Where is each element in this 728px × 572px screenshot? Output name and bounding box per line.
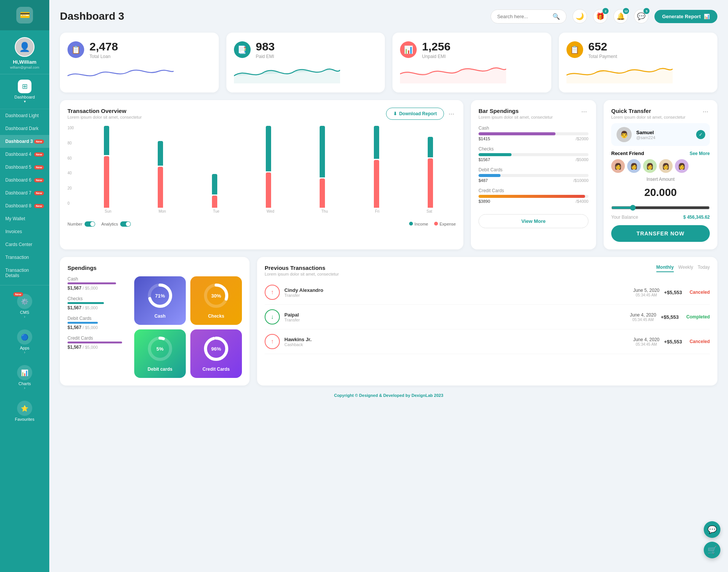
y-axis-labels: 100 80 60 40 20 0 [67, 126, 74, 205]
tab-today[interactable]: Today [698, 265, 710, 272]
legend-number: Number [67, 221, 95, 227]
stat-card-top: 📊 1,256 Unpaid EMI [400, 40, 544, 59]
tab-monthly[interactable]: Monthly [656, 265, 674, 272]
tab-weekly[interactable]: Weekly [678, 265, 693, 272]
dashboard-nav-icon[interactable]: ⊞ Dashboard ▾ [0, 74, 49, 109]
stat-label: Total Loan [89, 54, 118, 59]
bell-button[interactable]: 🔔 12 [613, 9, 628, 24]
sidebar-item-dashboard-6[interactable]: Dashboard 6 New [0, 174, 49, 186]
sidebar-section-charts[interactable]: 📊 Charts › [17, 360, 32, 395]
sidebar-item-transaction[interactable]: Transaction [0, 251, 49, 264]
sidebar-item-dashboard-4[interactable]: Dashboard 4 New [0, 148, 49, 161]
transaction-overview-card: Transaction Overview Lorem ipsum dolor s… [60, 100, 463, 249]
cart-icon: 🛒 [708, 545, 717, 555]
bar-teal [104, 126, 109, 155]
analytics-toggle[interactable] [120, 221, 131, 227]
income-label: Income [414, 222, 428, 226]
sidebar-section-cms[interactable]: ⚙️ CMS New › [17, 288, 32, 324]
stat-card-top: 📑 983 Paid EMI [234, 40, 378, 59]
transfer-now-button[interactable]: TRANSFER NOW [611, 225, 710, 242]
gift-button[interactable]: 🎁 2 [593, 9, 607, 24]
badge-new: New [34, 178, 44, 182]
generate-report-label: Generate Report [662, 14, 701, 19]
tile-checks: 30% Checks [190, 276, 242, 325]
number-toggle[interactable] [85, 221, 95, 227]
sidebar-item-label: Cards Center [5, 242, 32, 247]
sidebar-section-favourites[interactable]: ⭐ Favourites [15, 395, 34, 427]
spending-row-credit: Credit Cards $3890 /$4000 [479, 188, 588, 204]
balance-label: Your Balance [611, 215, 638, 220]
sidebar-item-invoices[interactable]: Invoices [0, 225, 49, 238]
sidebar-item-label: Dashboard 3 [5, 139, 33, 144]
spending-bar-fill [479, 132, 555, 135]
bar-spendings-more-button[interactable]: ··· [580, 108, 588, 116]
generate-report-button[interactable]: Generate Report 📊 [654, 10, 717, 23]
support-float-button[interactable]: 💬 [704, 521, 720, 538]
search-box: 🔍 [491, 9, 566, 24]
spending-row-cash: Cash $1415 /$2000 [479, 125, 588, 141]
sidebar-item-cards-center[interactable]: Cards Center [0, 238, 49, 251]
footer: Copyright © Designed & Developed by Dexi… [60, 386, 717, 401]
spending-bar-bg [479, 132, 588, 135]
search-icon[interactable]: 🔍 [552, 13, 560, 20]
spending-label: Checks [479, 146, 588, 152]
avatar: 👤 [15, 37, 35, 57]
spending-label: Debit Cards [479, 167, 588, 172]
chat-button[interactable]: 💬 5 [634, 9, 648, 24]
insert-amount-label: Insert Amount [611, 177, 710, 182]
sidebar-item-transaction-details[interactable]: Transaction Details [0, 264, 49, 282]
sidebar-item-my-wallet[interactable]: My Wallet [0, 212, 49, 225]
friend-avatar-3[interactable]: 👩 [643, 159, 657, 173]
spending-bar-fill [479, 174, 500, 177]
donut-chart-debit: 5% [147, 335, 173, 362]
sidebar-item-dashboard-3[interactable]: Dashboard 3 New [0, 135, 49, 148]
tile-debit: 5% Debit cards [134, 329, 186, 378]
bar-spendings-title: Bar Spendings [479, 108, 553, 114]
friend-avatar-4[interactable]: 👩 [659, 159, 673, 173]
expense-label: Expense [439, 222, 456, 226]
view-more-button[interactable]: View More [479, 214, 588, 228]
transfer-user-avatar: 👨 [617, 127, 632, 142]
sidebar-item-label: Invoices [5, 229, 22, 234]
bar-coral [428, 158, 433, 208]
txn-date: June 4, 2020 [633, 337, 659, 342]
quick-transfer-more-button[interactable]: ··· [701, 108, 710, 116]
tile-label-debit: Debit cards [147, 367, 172, 372]
charts-arrow: › [24, 386, 25, 390]
sidebar-item-label: Dashboard Dark [5, 126, 38, 131]
txn-info: Cindy Alexandro Transfer [284, 287, 629, 298]
quick-transfer-card: Quick Transfer Lorem ipsum dolor sit ame… [604, 100, 717, 249]
spending-item-bar [67, 342, 122, 343]
prev-txn-title-group: Previous Transactions Lorem ipsum dolor … [265, 265, 339, 276]
tile-label-cash: Cash [154, 313, 165, 319]
download-report-button[interactable]: ⬇ Download Report [386, 108, 444, 120]
sidebar-item-dashboard-7[interactable]: Dashboard 7 New [0, 186, 49, 199]
sidebar-item-dashboard-5[interactable]: Dashboard 5 New [0, 161, 49, 174]
cart-float-button[interactable]: 🛒 [704, 542, 720, 558]
more-options-button[interactable]: ··· [447, 110, 456, 118]
txn-type: Transfer [284, 318, 625, 322]
sidebar-item-label: Dashboard Light [5, 113, 39, 118]
spending-item-bar [67, 282, 116, 284]
sidebar-item-dashboard-dark[interactable]: Dashboard Dark [0, 122, 49, 135]
spending-item-credit: Credit Cards $1,567 / $5,000 [67, 335, 128, 350]
amount-slider[interactable] [611, 205, 710, 211]
moon-button[interactable]: 🌙 [573, 9, 587, 24]
friend-avatar-5[interactable]: 👩 [675, 159, 689, 173]
chart-col-sun [81, 126, 132, 208]
txn-date: June 5, 2020 [633, 288, 659, 293]
friend-avatar-1[interactable]: 👩 [611, 159, 625, 173]
chart-col-wed [243, 126, 294, 208]
see-more-link[interactable]: See More [690, 151, 710, 156]
charts-label: Charts [19, 381, 31, 386]
y-label: 80 [67, 141, 74, 145]
sidebar-section-apps[interactable]: 🔵 Apps › [17, 324, 32, 360]
bar-teal [266, 126, 271, 171]
friend-avatar-2[interactable]: 👩 [627, 159, 641, 173]
search-input[interactable] [497, 14, 549, 19]
chart-bars [81, 126, 456, 208]
spending-amounts: $487 /$10000 [479, 178, 588, 183]
sidebar-item-dashboard-8[interactable]: Dashboard 8 New [0, 199, 49, 212]
spending-max: /$5000 [576, 157, 588, 162]
sidebar-item-dashboard-light[interactable]: Dashboard Light [0, 109, 49, 122]
